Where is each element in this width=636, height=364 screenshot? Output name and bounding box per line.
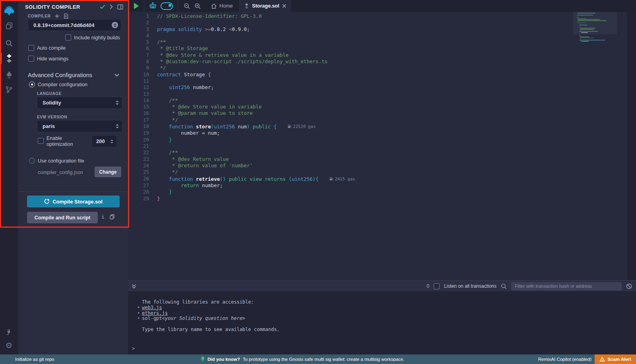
solidity-compiler-icon[interactable] [0, 52, 18, 65]
code-line: 12 uint256 number; [128, 84, 636, 91]
library-name: sol-gpt [142, 316, 162, 321]
home-tab-label: Home [219, 3, 233, 9]
library-link[interactable]: ethers.js [142, 311, 168, 316]
change-config-button[interactable]: Change [95, 167, 121, 177]
minimap-line [577, 43, 578, 44]
advanced-configurations-toggle[interactable]: Advanced Configurations [28, 72, 119, 78]
code-text: */ [157, 117, 178, 123]
line-number: 18 [128, 123, 157, 130]
terminal-collapse-icon[interactable] [132, 284, 136, 289]
tab-storage-sol[interactable]: Storage.sol [240, 0, 291, 12]
evm-version-select[interactable]: paris [37, 120, 122, 132]
panel-forward-chevron-icon[interactable] [110, 4, 113, 9]
clear-terminal-icon[interactable] [626, 283, 632, 289]
compile-button[interactable]: Compile Storage.sol [27, 196, 120, 207]
code-line: 13 [128, 91, 636, 97]
minimap[interactable] [577, 13, 612, 44]
close-tab-icon[interactable] [282, 4, 286, 8]
code-text: * @return value of 'number' [157, 163, 253, 169]
use-configuration-file-radio[interactable] [29, 158, 35, 164]
code-line: 5/** [128, 39, 636, 45]
code-text: } [157, 137, 172, 143]
code-editor[interactable]: 1// SPDX-License-Identifier: GPL-3.023pr… [128, 12, 636, 280]
tip-text: To prototype using the Gnosis safe multi… [243, 357, 405, 362]
auto-compile-label: Auto compile [37, 45, 66, 51]
terminal-library-item: •ethers.js [128, 311, 636, 316]
minimap-line [580, 39, 581, 40]
code-line: 22 /** [128, 149, 636, 156]
line-number: 16 [128, 110, 157, 116]
enable-optimization-label: Enable optimization [47, 136, 73, 147]
line-number: 7 [128, 52, 157, 58]
line-number: 17 [128, 117, 157, 123]
import-compiler-icon[interactable] [63, 14, 68, 19]
library-link[interactable]: web3.js [142, 305, 162, 311]
panel-divider [19, 192, 128, 192]
auto-compile-checkbox[interactable] [28, 45, 34, 51]
language-spinner-icon [116, 101, 119, 105]
tab-home[interactable]: Home [204, 3, 239, 9]
code-line: 4 [128, 33, 636, 39]
line-number: 10 [128, 72, 157, 78]
compile-and-run-button[interactable]: Compile and Run script [27, 212, 98, 223]
compiler-version-select[interactable]: 0.8.19+commit.7dd6d404 [28, 19, 121, 31]
code-line: 11 [128, 78, 636, 84]
transaction-filter-field[interactable] [511, 284, 622, 288]
zoom-out-icon[interactable] [184, 3, 190, 10]
copilot-status-item[interactable]: RemixAI Copilot (enabled) [538, 357, 591, 362]
search-icon[interactable] [0, 37, 18, 50]
compiler-version-value: 0.8.19+commit.7dd6d404 [28, 22, 95, 28]
plugin-manager-icon[interactable] [0, 325, 18, 339]
code-text: contract Storage { [157, 72, 211, 78]
code-line: 26 function retrieve() public view retur… [128, 176, 636, 182]
terminal-search-icon[interactable] [501, 283, 507, 289]
evm-spinner-icon [116, 124, 119, 128]
git-icon[interactable] [0, 83, 18, 96]
code-line: 14 /** [128, 97, 636, 104]
file-explorer-icon[interactable] [0, 19, 18, 33]
line-number: 3 [128, 26, 157, 33]
include-nightly-checkbox[interactable] [65, 35, 71, 41]
optimization-runs-input[interactable]: 200 [91, 135, 117, 147]
minimap-line [579, 42, 580, 43]
git-init-status-item[interactable]: Initialize as git repo [15, 357, 54, 362]
ai-copilot-robot-icon[interactable] [149, 2, 157, 10]
minimap-line [579, 40, 605, 41]
code-line: 8 * @custom:dev-run-script ./scripts/dep… [128, 58, 636, 65]
run-script-play-button[interactable] [134, 3, 139, 9]
add-custom-compiler-icon[interactable] [55, 14, 59, 18]
info-icon[interactable]: i [101, 214, 105, 220]
hide-warnings-label: Hide warnings [37, 56, 68, 62]
code-line: 2 [128, 19, 636, 26]
listen-transactions-checkbox[interactable] [434, 283, 440, 289]
zoom-in-icon[interactable] [194, 3, 201, 10]
tip-title: Did you know? [207, 357, 240, 362]
line-number: 1 [128, 13, 157, 19]
terminal-prompt[interactable]: > [132, 346, 135, 352]
solidity-file-icon [244, 3, 249, 9]
enable-optimization-checkbox[interactable] [38, 138, 44, 144]
copilot-toggle[interactable] [161, 2, 173, 10]
language-label: LANGUAGE [37, 91, 62, 96]
copy-icon[interactable] [110, 214, 114, 219]
scam-alert-button[interactable]: Scam Alert [595, 354, 636, 364]
pin-panel-icon[interactable] [117, 4, 123, 10]
settings-gear-icon[interactable]: ⚙ [0, 339, 18, 352]
language-select[interactable]: Solidity [37, 97, 122, 109]
line-number: 4 [128, 33, 157, 39]
deploy-and-run-icon[interactable] [0, 68, 18, 82]
transaction-filter-input[interactable] [511, 282, 622, 290]
remix-ide-window: ⚙ SOLIDITY COMPILER COMPILER 0.8.19+comm… [0, 0, 636, 364]
minimap-line [579, 35, 581, 36]
solidity-compiler-panel: SOLIDITY COMPILER COMPILER 0.8.19+commit… [18, 0, 128, 354]
minimap-line [581, 41, 588, 42]
compiler-configuration-radio[interactable] [29, 81, 35, 87]
remix-logo-icon[interactable] [0, 3, 18, 18]
terminal[interactable]: The following libraries are accessible:•… [128, 291, 636, 354]
code-line: 27 return number; [128, 182, 636, 189]
runs-spinner-icon [111, 139, 113, 143]
line-number: 27 [128, 182, 157, 189]
listen-transactions-label: Listen on all transactions [444, 283, 496, 289]
code-lines: 1// SPDX-License-Identifier: GPL-3.023pr… [128, 13, 636, 202]
hide-warnings-checkbox[interactable] [28, 56, 34, 62]
